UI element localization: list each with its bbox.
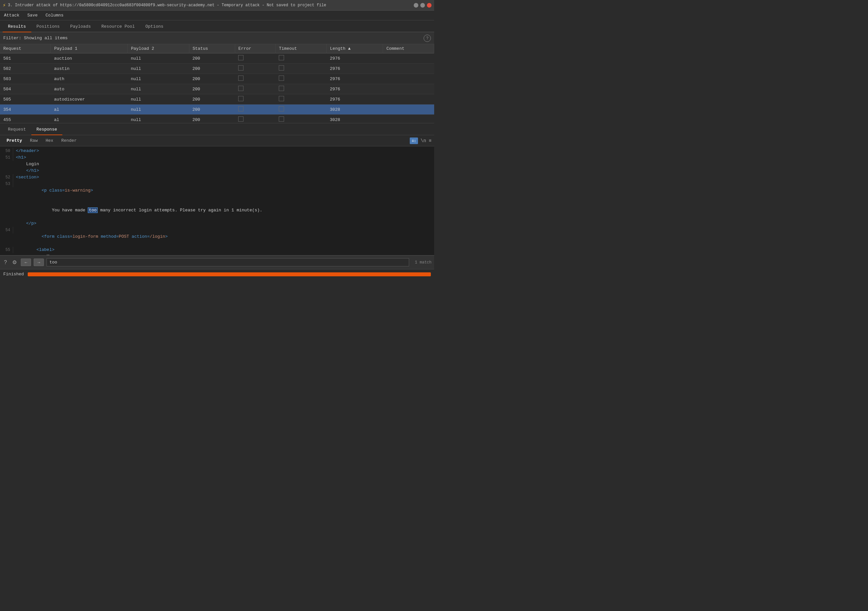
table-row[interactable]: 455alnull2003028 <box>0 115 434 124</box>
menu-attack[interactable]: Attack <box>3 12 21 19</box>
tab-results[interactable]: Results <box>3 22 31 32</box>
table-row[interactable]: 501auctionnull2002976 <box>0 53 434 63</box>
search-input[interactable] <box>46 258 409 266</box>
format-raw[interactable]: Raw <box>26 137 42 144</box>
col-timeout[interactable]: Timeout <box>276 44 327 53</box>
match-count: 1 match <box>412 260 431 265</box>
col-length[interactable]: Length ▲ <box>327 44 383 53</box>
format-tab-group: Pretty Raw Hex Render <box>3 137 81 144</box>
error-checkbox[interactable] <box>238 116 243 122</box>
error-checkbox[interactable] <box>238 106 243 111</box>
table-row[interactable]: 503authnull2002976 <box>0 74 434 84</box>
code-line-53b: You have made too many incorrect login a… <box>0 201 434 220</box>
code-line-51: 51 <h1> <box>0 154 434 161</box>
error-checkbox[interactable] <box>238 96 243 101</box>
status-bar: Finished <box>0 269 434 279</box>
table-body: 501auctionnull2002976502austinnull200297… <box>0 53 434 124</box>
search-prev-button[interactable]: ← <box>21 258 31 266</box>
timeout-checkbox[interactable] <box>279 55 284 60</box>
search-help-button[interactable]: ? <box>3 259 8 266</box>
newline-icon[interactable]: \n <box>421 138 426 144</box>
table-row[interactable]: 505autodiscovernull2002976 <box>0 94 434 105</box>
error-checkbox[interactable] <box>238 55 243 60</box>
filter-text: Filter: Showing all items <box>3 36 68 40</box>
filter-bar: Filter: Showing all items ? <box>0 32 434 44</box>
col-comment[interactable]: Comment <box>383 44 434 53</box>
format-render[interactable]: Render <box>57 137 81 144</box>
req-resp-tabs: Request Response <box>0 123 434 135</box>
table-row[interactable]: 502austinnull2002976 <box>0 63 434 74</box>
tab-resource-pool[interactable]: Resource Pool <box>96 22 140 32</box>
code-line-51b: Login <box>0 161 434 167</box>
wrap-icon[interactable]: ≡ <box>429 138 431 144</box>
table-row[interactable]: 354alnull2003028 <box>0 105 434 115</box>
table-header-row: Request Payload 1 Payload 2 Status Error… <box>0 44 434 53</box>
code-line-50: 50 </header> <box>0 148 434 154</box>
format-hex[interactable]: Hex <box>42 137 57 144</box>
table-row[interactable]: 504autonull2002976 <box>0 84 434 94</box>
minimize-button[interactable] <box>414 3 418 8</box>
code-line-53c: </p> <box>0 220 434 227</box>
col-status[interactable]: Status <box>189 44 235 53</box>
search-bar: ? ⚙ ← → 1 match <box>0 255 434 269</box>
toggle-layout-button[interactable]: ≡↕ <box>410 138 418 144</box>
error-checkbox[interactable] <box>238 65 243 71</box>
code-line-51c: </h1> <box>0 167 434 174</box>
tab-options[interactable]: Options <box>140 22 169 32</box>
tab-request[interactable]: Request <box>3 124 31 135</box>
window-title: 3. Intruder attack of https://0a5800cd04… <box>8 3 326 8</box>
col-error[interactable]: Error <box>235 44 276 53</box>
code-line-54: 54 <form class=login-form method=POST ac… <box>0 227 434 247</box>
status-text: Finished <box>3 272 24 277</box>
format-icons: ≡↕ \n ≡ <box>410 138 431 144</box>
col-request[interactable]: Request <box>0 44 51 53</box>
lightning-icon: ⚡ <box>3 2 6 9</box>
menu-bar: Attack Save Columns <box>0 11 434 20</box>
timeout-checkbox[interactable] <box>279 65 284 71</box>
code-line-55: 55 <label> <box>0 247 434 253</box>
format-tabs: Pretty Raw Hex Render ≡↕ \n ≡ <box>0 135 434 146</box>
code-line-52: 52 <section> <box>0 174 434 181</box>
main-tabs: Results Positions Payloads Resource Pool… <box>0 20 434 32</box>
error-checkbox[interactable] <box>238 76 243 81</box>
timeout-checkbox[interactable] <box>279 116 284 122</box>
timeout-checkbox[interactable] <box>279 76 284 81</box>
col-payload1[interactable]: Payload 1 <box>51 44 128 53</box>
tab-response[interactable]: Response <box>31 124 62 135</box>
code-line-53: 53 <p class=is-warning> <box>0 181 434 201</box>
help-button[interactable]: ? <box>424 35 431 42</box>
maximize-button[interactable] <box>420 3 425 8</box>
search-next-button[interactable]: → <box>34 258 44 266</box>
progress-fill <box>28 272 431 276</box>
menu-columns[interactable]: Columns <box>44 12 65 19</box>
code-area: 50 </header> 51 <h1> Login </h1> 52 <sec… <box>0 146 434 255</box>
tab-payloads[interactable]: Payloads <box>65 22 96 32</box>
error-checkbox[interactable] <box>238 86 243 91</box>
timeout-checkbox[interactable] <box>279 96 284 101</box>
timeout-checkbox[interactable] <box>279 86 284 91</box>
results-table-container: Request Payload 1 Payload 2 Status Error… <box>0 44 434 123</box>
title-bar: ⚡ 3. Intruder attack of https://0a5800cd… <box>0 0 434 11</box>
col-payload2[interactable]: Payload 2 <box>127 44 189 53</box>
format-pretty[interactable]: Pretty <box>3 137 26 144</box>
search-settings-button[interactable]: ⚙ <box>11 258 18 266</box>
results-table: Request Payload 1 Payload 2 Status Error… <box>0 44 434 123</box>
tab-positions[interactable]: Positions <box>31 22 65 32</box>
timeout-checkbox[interactable] <box>279 106 284 111</box>
window-controls <box>414 3 431 8</box>
menu-save[interactable]: Save <box>26 12 39 19</box>
code-line-55b: Username <box>0 253 434 255</box>
close-button[interactable] <box>427 3 431 8</box>
progress-bar <box>28 272 431 276</box>
